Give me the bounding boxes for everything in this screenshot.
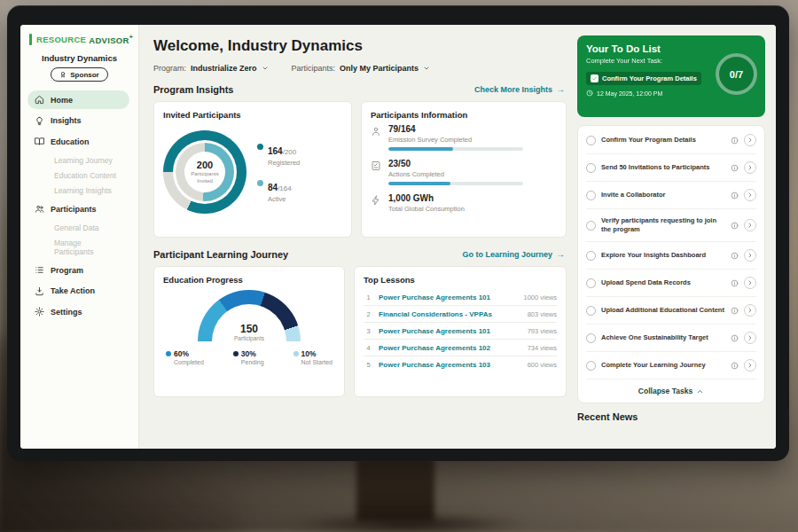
info-row-body: 23/50 Actions Completed xyxy=(388,159,523,185)
monitor-stand-base xyxy=(288,512,528,532)
learning-journey-cards: Education Progress 150 Participants xyxy=(153,266,567,397)
sidebar-item[interactable]: Education xyxy=(27,132,129,151)
chevron-right-icon[interactable] xyxy=(744,359,756,372)
task-row[interactable]: Explore Your Insights Dashboard xyxy=(586,242,756,270)
sidebar-item[interactable]: Settings xyxy=(27,302,129,321)
task-row[interactable]: Invite a Collaborator xyxy=(586,182,756,209)
task-row[interactable]: Complete Your Learning Journey xyxy=(586,352,756,379)
legend-value: 164 xyxy=(268,146,283,156)
filter-program[interactable]: Program: Industrialize Zero xyxy=(153,64,269,73)
donut-center-value: 200 xyxy=(197,160,213,170)
info-icon[interactable] xyxy=(731,137,739,145)
lesson-row: 5 Power Purchase Agreements 103 600 view… xyxy=(364,356,557,372)
task-checkbox[interactable] xyxy=(586,361,596,371)
info-icon[interactable] xyxy=(731,164,739,172)
app-window: RESOURCEADVISOR+ Industry Dynamics Spons… xyxy=(20,25,776,449)
task-row[interactable]: Verify participants requesting to join t… xyxy=(586,209,756,242)
task-checkbox[interactable] xyxy=(586,136,596,145)
next-task-label: Confirm Your Program Details xyxy=(602,74,697,82)
task-checkbox[interactable] xyxy=(586,221,596,231)
chevron-right-icon[interactable] xyxy=(744,134,756,146)
chevron-right-icon[interactable] xyxy=(744,161,756,174)
sidebar-item-label: Take Action xyxy=(51,286,95,295)
nav-icon xyxy=(35,265,44,275)
card-title: Education Progress xyxy=(163,275,335,285)
lesson-link[interactable]: Power Purchase Agreements 102 xyxy=(379,344,522,352)
lesson-views: 1000 views xyxy=(523,293,557,301)
task-row[interactable]: Confirm Your Program Details xyxy=(586,127,756,154)
section-title-learning-journey: Participant Learning Journey xyxy=(153,249,288,260)
filter-participants-label: Participants: xyxy=(292,64,336,73)
info-label: Actions Completed xyxy=(388,170,523,178)
legend-dot xyxy=(166,351,171,356)
task-checkbox[interactable] xyxy=(586,333,596,343)
lesson-link[interactable]: Power Purchase Agreements 103 xyxy=(379,361,522,369)
task-checkbox[interactable] xyxy=(586,251,596,261)
info-icon[interactable] xyxy=(731,334,739,342)
chevron-right-icon[interactable] xyxy=(744,304,756,317)
gauge-legend: 60% Completed 30% Pending xyxy=(163,349,335,365)
chevron-right-icon[interactable] xyxy=(744,249,756,262)
lesson-row: 1 Power Purchase Agreements 101 1000 vie… xyxy=(364,289,557,306)
sidebar-item[interactable]: Participants xyxy=(27,200,129,218)
sidebar-item[interactable]: Home xyxy=(27,90,129,109)
chevron-right-icon[interactable] xyxy=(744,277,756,289)
lesson-rank: 1 xyxy=(364,293,373,301)
legend-item: 84/164 Active xyxy=(257,178,300,203)
info-value: 1,000 GWh xyxy=(388,193,465,203)
chevron-down-icon xyxy=(423,65,430,72)
info-icon[interactable] xyxy=(731,192,739,200)
task-row[interactable]: Send 50 Invitations to Participants xyxy=(586,154,756,182)
chevron-right-icon[interactable] xyxy=(744,332,756,344)
task-checkbox[interactable] xyxy=(586,278,596,288)
chevron-right-icon[interactable] xyxy=(744,219,756,231)
lesson-link[interactable]: Financial Considerations - VPPAs xyxy=(379,310,522,318)
top-lessons-card: Top Lessons 1 Power Purchase Agreements … xyxy=(354,266,567,397)
filter-program-label: Program: xyxy=(153,64,186,73)
legend-value: 10% xyxy=(301,349,317,358)
filter-participants[interactable]: Participants: Only My Participants xyxy=(292,64,431,73)
info-icon[interactable] xyxy=(731,279,739,287)
sidebar-item[interactable]: Insights xyxy=(27,112,129,130)
sidebar-item[interactable]: Program xyxy=(27,261,129,279)
legend-value: 84 xyxy=(268,183,278,192)
nav-icon xyxy=(35,95,44,105)
task-checkbox[interactable] xyxy=(586,306,596,316)
info-icon[interactable] xyxy=(731,252,739,260)
sidebar-item[interactable]: Education Content xyxy=(27,168,129,183)
sidebar: RESOURCEADVISOR+ Industry Dynamics Spons… xyxy=(20,25,139,449)
task-checkbox[interactable] xyxy=(586,191,596,200)
nav-icon xyxy=(35,286,44,296)
collapse-tasks-button[interactable]: Collapse Tasks xyxy=(586,379,756,401)
info-row-icon xyxy=(371,160,381,171)
lesson-link[interactable]: Power Purchase Agreements 101 xyxy=(379,293,518,301)
sidebar-item-label: Manage Participants xyxy=(54,239,122,256)
sidebar-item[interactable]: Take Action xyxy=(27,282,129,301)
info-row-icon xyxy=(371,126,381,137)
go-to-learning-journey-link[interactable]: Go to Learning Journey → xyxy=(462,250,565,259)
task-row[interactable]: Achieve One Sustainability Target xyxy=(586,325,756,352)
filter-bar: Program: Industrialize Zero Participants… xyxy=(153,64,567,73)
sponsor-badge[interactable]: Sponsor xyxy=(51,67,107,82)
task-row[interactable]: Upload Additional Educational Content xyxy=(586,297,756,325)
nav-icon xyxy=(35,204,44,214)
lesson-link[interactable]: Power Purchase Agreements 101 xyxy=(379,327,522,335)
chevron-right-icon[interactable] xyxy=(744,189,756,201)
lessons-list: 1 Power Purchase Agreements 101 1000 vie… xyxy=(364,289,557,372)
task-row[interactable]: Upload Spend Data Records xyxy=(586,270,756,297)
info-row: 23/50 Actions Completed xyxy=(371,159,557,185)
info-icon[interactable] xyxy=(731,307,739,315)
collapse-tasks-label: Collapse Tasks xyxy=(638,387,692,395)
sidebar-item[interactable]: Manage Participants xyxy=(27,236,129,259)
legend-dot xyxy=(257,144,263,150)
legend-item: 164/200 Registered xyxy=(257,142,300,167)
next-task-chip[interactable]: Confirm Your Program Details xyxy=(586,72,701,85)
task-checkbox[interactable] xyxy=(586,163,596,173)
check-more-insights-link[interactable]: Check More Insights → xyxy=(474,85,565,94)
info-icon[interactable] xyxy=(731,362,739,370)
info-icon[interactable] xyxy=(731,222,739,230)
sidebar-item[interactable]: General Data xyxy=(27,221,129,235)
sidebar-item[interactable]: Learning Journey xyxy=(27,153,129,168)
checkbox-checked-icon xyxy=(591,74,598,82)
sidebar-item[interactable]: Learning Insights xyxy=(27,184,129,198)
